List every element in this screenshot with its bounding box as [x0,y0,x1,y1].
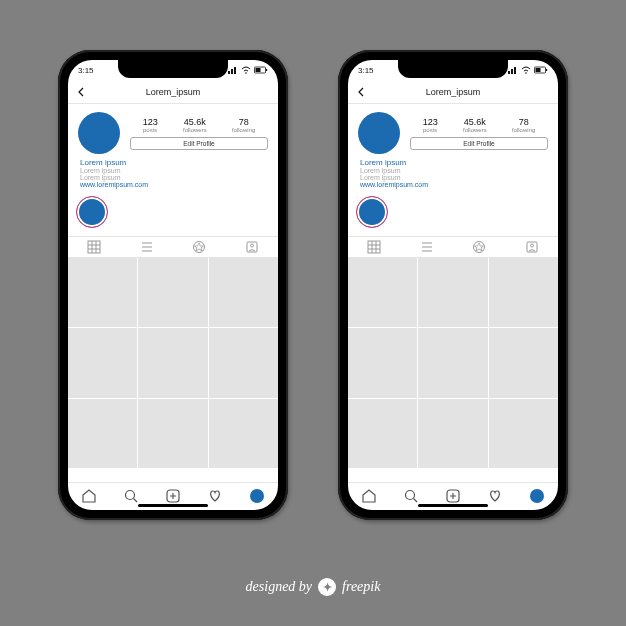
phone-notch [398,60,508,78]
svg-point-17 [250,244,253,247]
post-cell[interactable] [489,328,558,397]
tab-tagged[interactable] [453,237,506,257]
profile-header: 123posts 45.6kfollowers 78following Edit… [68,104,278,156]
plus-square-icon [165,488,181,504]
stat-posts[interactable]: 123posts [143,117,158,133]
stat-following[interactable]: 78following [512,117,535,133]
bio-line-1: Lorem ipsum [80,167,266,174]
heart-icon [207,488,223,504]
stat-following[interactable]: 78following [232,117,255,133]
post-cell[interactable] [209,399,278,468]
edit-profile-button[interactable]: Edit Profile [410,137,548,150]
star-badge-icon [472,240,486,254]
freepik-logo-icon: ✦ [318,578,336,596]
search-icon [123,488,139,504]
profile-bio: Lorem ipsum Lorem ipsum Lorem ipsum www.… [68,156,278,194]
svg-rect-24 [511,69,513,74]
profile-avatar[interactable] [358,112,400,154]
story-highlights [348,194,558,236]
status-time: 3:15 [358,66,374,75]
nav-activity[interactable] [486,487,504,505]
tab-tagged[interactable] [173,237,226,257]
svg-rect-23 [508,71,510,74]
post-cell[interactable] [209,258,278,327]
nav-home[interactable] [360,487,378,505]
posts-grid [348,258,558,468]
post-cell[interactable] [418,258,487,327]
tab-saved[interactable] [506,237,559,257]
chevron-left-icon [76,87,86,97]
post-cell[interactable] [138,328,207,397]
wifi-icon [521,66,531,74]
tag-person-icon [245,240,259,254]
post-cell[interactable] [68,328,137,397]
tab-grid[interactable] [348,237,401,257]
post-cell[interactable] [348,258,417,327]
status-time: 3:15 [78,66,94,75]
svg-rect-2 [234,67,236,74]
posts-grid [68,258,278,468]
post-cell[interactable] [418,399,487,468]
bio-line-2: Lorem ipsum [80,174,266,181]
tab-saved[interactable] [226,237,279,257]
nav-search[interactable] [402,487,420,505]
attribution-prefix: designed by [246,579,312,595]
profile-bio: Lorem ipsum Lorem ipsum Lorem ipsum www.… [348,156,558,194]
profile-username: Lorem_ipsum [426,87,481,97]
battery-icon [534,66,548,74]
post-cell[interactable] [68,399,137,468]
post-cell[interactable] [489,258,558,327]
svg-rect-29 [536,68,541,72]
stat-followers[interactable]: 45.6kfollowers [183,117,207,133]
nav-search[interactable] [122,487,140,505]
stat-posts[interactable]: 123posts [423,117,438,133]
avatar-icon [250,489,264,503]
tab-list[interactable] [401,237,454,257]
phone-mockup-2: 3:15 Lorem_ipsum 123posts 45. [338,50,568,520]
edit-profile-button[interactable]: Edit Profile [130,137,268,150]
svg-rect-0 [228,71,230,74]
bio-link[interactable]: www.loremipsum.com [360,181,546,188]
nav-add[interactable] [444,487,462,505]
nav-home[interactable] [80,487,98,505]
tag-person-icon [525,240,539,254]
heart-icon [487,488,503,504]
highlight-item[interactable] [76,196,108,228]
svg-rect-5 [266,69,267,71]
phone-notch [118,60,228,78]
nav-add[interactable] [164,487,182,505]
tab-grid[interactable] [68,237,121,257]
nav-profile[interactable] [528,487,546,505]
svg-point-41 [406,490,415,499]
highlight-item[interactable] [356,196,388,228]
profile-avatar[interactable] [78,112,120,154]
list-icon [140,240,154,254]
post-cell[interactable] [489,399,558,468]
svg-point-26 [525,72,527,74]
post-cell[interactable] [418,328,487,397]
back-button[interactable] [354,85,368,99]
post-cell[interactable] [348,328,417,397]
nav-activity[interactable] [206,487,224,505]
svg-rect-7 [88,241,100,253]
svg-rect-6 [256,68,261,72]
post-cell[interactable] [138,258,207,327]
profile-header: 123posts 45.6kfollowers 78following Edit… [348,104,558,156]
post-cell[interactable] [348,399,417,468]
bio-name: Lorem ipsum [360,158,546,167]
bio-link[interactable]: www.loremipsum.com [80,181,266,188]
back-button[interactable] [74,85,88,99]
tab-list[interactable] [121,237,174,257]
stat-followers[interactable]: 45.6kfollowers [463,117,487,133]
svg-rect-25 [514,67,516,74]
content-tabs [68,236,278,258]
plus-square-icon [445,488,461,504]
bio-line-2: Lorem ipsum [360,174,546,181]
post-cell[interactable] [138,399,207,468]
post-cell[interactable] [209,328,278,397]
nav-profile[interactable] [248,487,266,505]
svg-point-40 [530,244,533,247]
list-icon [420,240,434,254]
svg-line-19 [134,498,138,502]
post-cell[interactable] [68,258,137,327]
